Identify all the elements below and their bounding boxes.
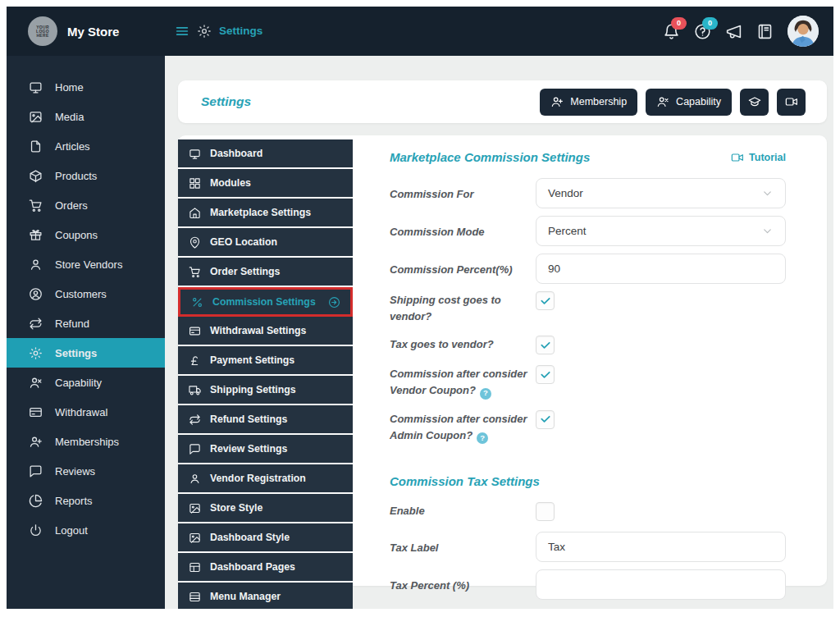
sidebar-item-store-vendors[interactable]: Store Vendors [7, 249, 165, 279]
sidebar-item-customers[interactable]: Customers [7, 279, 165, 308]
sidebar-item-label: Orders [55, 199, 88, 212]
field-control [536, 410, 786, 429]
sidebar-item-label: Capability [55, 377, 102, 389]
sidebar-item-home[interactable]: Home [7, 72, 165, 102]
commission-mode-select[interactable]: Percent [536, 216, 786, 246]
card-icon [29, 405, 43, 419]
documentation-button[interactable] [756, 23, 774, 40]
sidebar-item-label: Home [55, 81, 84, 94]
sidebar-item-label: Articles [55, 140, 90, 153]
cube-icon [29, 169, 43, 183]
field-control [536, 569, 786, 600]
settings-menu-item-dashboard-style[interactable]: Dashboard Style [178, 523, 353, 553]
form-row: Commission after consider Admin Coupon?? [390, 410, 786, 445]
sidebar-item-label: Withdrawal [55, 406, 107, 418]
help-button[interactable]: 0 [694, 23, 711, 40]
tax-percent--input[interactable] [536, 569, 786, 600]
field-label: Enable [390, 502, 536, 519]
settings-menu-item-shipping-settings[interactable]: Shipping Settings [178, 376, 353, 405]
sidebar-item-coupons[interactable]: Coupons [7, 220, 165, 249]
input-value: Tax [548, 541, 565, 553]
settings-menu-item-withdrawal-settings[interactable]: Withdrawal Settings [178, 317, 353, 346]
tax-goes-to-vendor--checkbox[interactable] [536, 336, 555, 354]
settings-menu-item-refund-settings[interactable]: Refund Settings [178, 405, 353, 435]
sidebar-item-orders[interactable]: Orders [7, 190, 165, 220]
tax-label-input[interactable]: Tax [536, 532, 786, 562]
form-row: Commission Percent(%) 90 [390, 254, 786, 284]
settings-menu-item-geo-location[interactable]: GEO Location [178, 228, 353, 258]
sidebar-item-media[interactable]: Media [7, 102, 165, 131]
settings-menu-item-commission-settings[interactable]: Commission Settings [178, 287, 353, 317]
form-row: Commission For Vendor [390, 178, 786, 208]
settings-menu-item-dashboard[interactable]: Dashboard [178, 139, 353, 169]
image-icon [189, 502, 201, 514]
field-control: Percent [536, 216, 786, 246]
settings-menu-item-modules[interactable]: Modules [178, 169, 353, 199]
settings-menu-label: Commission Settings [212, 296, 319, 308]
topbar-actions: 0 0 [663, 16, 819, 47]
menu-toggle-icon[interactable] [175, 24, 189, 39]
sidebar-item-reviews[interactable]: Reviews [7, 456, 165, 486]
grad-cap-icon [748, 95, 761, 108]
tutorial-link[interactable]: Tutorial [731, 151, 786, 164]
layout-icon [189, 561, 201, 574]
commission-after-consider-vendor-coupon--checkbox[interactable] [536, 365, 555, 384]
commission-for-select[interactable]: Vendor [536, 178, 786, 208]
pound-icon [189, 354, 201, 367]
user-avatar[interactable] [788, 16, 819, 47]
sidebar-item-products[interactable]: Products [7, 161, 165, 190]
sidebar-item-memberships[interactable]: Memberships [7, 427, 165, 456]
sidebar-item-settings[interactable]: Settings [7, 338, 165, 368]
notifications-button[interactable]: 0 [663, 23, 680, 40]
gear-icon [29, 346, 43, 360]
grad-cap-button[interactable] [740, 89, 769, 116]
field-label: Commission after consider Admin Coupon?? [390, 410, 536, 445]
settings-menu-item-dashboard-pages[interactable]: Dashboard Pages [178, 553, 353, 583]
field-label: Commission after consider Vendor Coupon?… [390, 365, 536, 400]
breadcrumb-label[interactable]: Settings [219, 25, 262, 37]
sidebar-item-label: Coupons [55, 229, 98, 241]
announcements-button[interactable] [725, 23, 742, 40]
video-button[interactable] [777, 89, 806, 116]
commission-percent--input[interactable]: 90 [536, 254, 786, 284]
shipping-cost-goes-to-vendor--checkbox[interactable] [536, 291, 555, 310]
sidebar-item-withdrawal[interactable]: Withdrawal [7, 397, 165, 427]
sidebar-item-label: Products [55, 170, 97, 182]
settings-menu-item-store-style[interactable]: Store Style [178, 494, 353, 523]
page-header: Settings Membership Capability [178, 80, 827, 123]
book-icon [756, 23, 774, 40]
sidebar-item-label: Reviews [55, 465, 95, 478]
brand[interactable]: YOUR LOGO HERE My Store [28, 16, 119, 46]
settings-menu-item-menu-manager[interactable]: Menu Manager [178, 583, 353, 609]
store-logo: YOUR LOGO HERE [28, 16, 57, 46]
sidebar-item-reports[interactable]: Reports [7, 486, 165, 515]
info-icon[interactable]: ? [480, 388, 491, 400]
settings-menu-item-vendor-registration[interactable]: Vendor Registration [178, 464, 353, 494]
sidebar-item-refund[interactable]: Refund [7, 308, 165, 338]
settings-menu-item-payment-settings[interactable]: Payment Settings [178, 346, 353, 376]
pie-icon [29, 494, 43, 508]
settings-menu-label: Withdrawal Settings [210, 325, 343, 336]
membership-button[interactable]: Membership [540, 89, 637, 116]
sidebar-item-articles[interactable]: Articles [7, 131, 165, 161]
settings-menu-label: Store Style [210, 502, 343, 514]
enable-checkbox[interactable] [536, 502, 555, 521]
sidebar-item-label: Settings [55, 347, 97, 359]
settings-menu-item-order-settings[interactable]: Order Settings [178, 258, 353, 287]
person-icon [189, 473, 201, 485]
chat-icon [29, 464, 43, 478]
help-badge: 0 [702, 17, 718, 30]
info-icon[interactable]: ? [477, 432, 488, 444]
sidebar-item-logout[interactable]: Logout [7, 515, 165, 545]
input-value: 90 [548, 263, 560, 275]
field-label: Commission For [390, 178, 536, 203]
commission-after-consider-admin-coupon--checkbox[interactable] [536, 410, 555, 429]
sidebar-item-capability[interactable]: Capability [7, 368, 165, 397]
field-label: Tax goes to vendor? [390, 336, 536, 353]
settings-menu-label: Review Settings [210, 443, 343, 455]
home-icon [189, 207, 201, 219]
capability-button[interactable]: Capability [646, 89, 732, 116]
settings-menu-item-review-settings[interactable]: Review Settings [178, 435, 353, 464]
person-x-icon [29, 376, 43, 390]
settings-menu-item-marketplace-settings[interactable]: Marketplace Settings [178, 199, 353, 228]
